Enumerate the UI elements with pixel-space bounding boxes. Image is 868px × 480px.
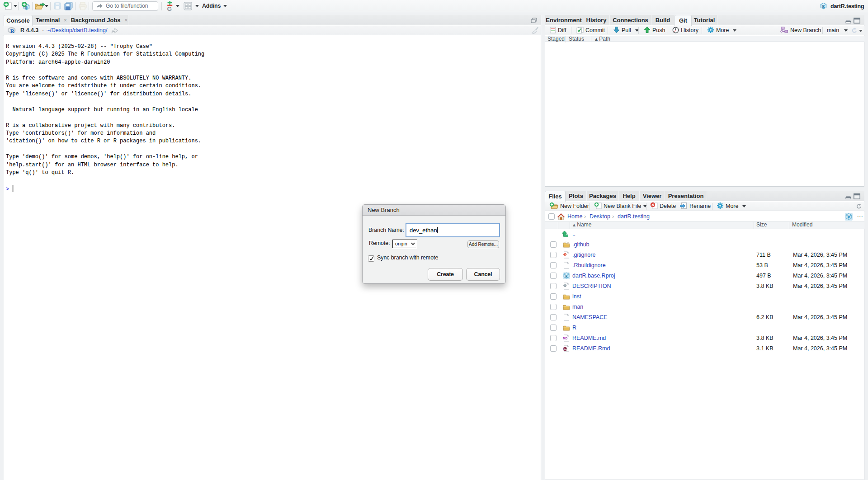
svg-text:MD: MD <box>563 337 567 340</box>
svg-text:Rmd: Rmd <box>564 348 567 350</box>
svg-text:R: R <box>848 215 850 219</box>
svg-text:R: R <box>565 274 568 278</box>
svg-text:G: G <box>167 5 172 12</box>
svg-text:R: R <box>822 5 825 9</box>
svg-text:R: R <box>10 28 14 34</box>
